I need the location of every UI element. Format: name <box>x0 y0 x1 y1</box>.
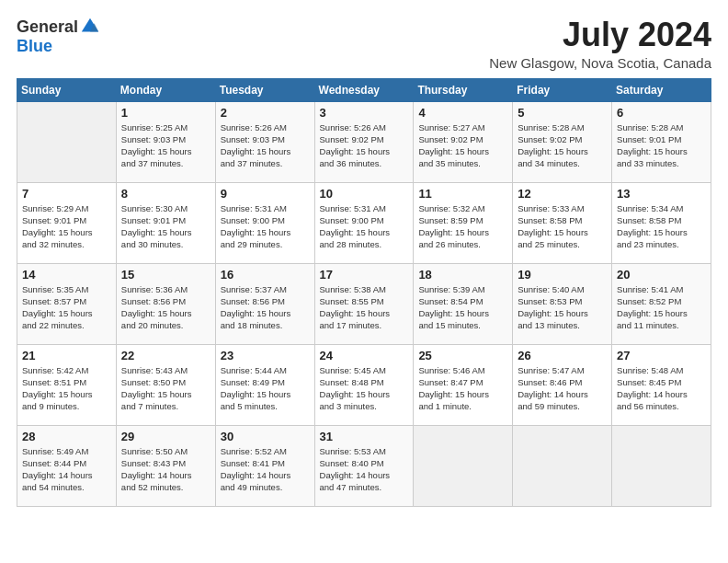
day-info: Sunrise: 5:26 AM Sunset: 9:03 PM Dayligh… <box>221 121 310 170</box>
day-info: Sunrise: 5:30 AM Sunset: 9:01 PM Dayligh… <box>121 202 210 251</box>
calendar-cell <box>414 425 513 506</box>
day-info: Sunrise: 5:32 AM Sunset: 8:59 PM Dayligh… <box>418 202 507 251</box>
day-info: Sunrise: 5:26 AM Sunset: 9:02 PM Dayligh… <box>320 121 409 170</box>
day-number: 2 <box>221 106 310 120</box>
weekday-header-row: SundayMondayTuesdayWednesdayThursdayFrid… <box>17 78 711 101</box>
day-number: 10 <box>320 187 409 201</box>
day-info: Sunrise: 5:53 AM Sunset: 8:40 PM Dayligh… <box>320 445 409 494</box>
day-number: 21 <box>22 349 111 362</box>
calendar-cell: 2Sunrise: 5:26 AM Sunset: 9:03 PM Daylig… <box>215 101 314 182</box>
calendar-week-1: 1Sunrise: 5:25 AM Sunset: 9:03 PM Daylig… <box>17 101 711 182</box>
calendar-cell: 26Sunrise: 5:47 AM Sunset: 8:46 PM Dayli… <box>513 344 612 425</box>
calendar-cell: 3Sunrise: 5:26 AM Sunset: 9:02 PM Daylig… <box>314 101 414 182</box>
calendar-cell: 7Sunrise: 5:29 AM Sunset: 9:01 PM Daylig… <box>17 182 117 263</box>
day-number: 11 <box>418 187 507 201</box>
logo-general-text: General <box>17 17 78 37</box>
day-info: Sunrise: 5:52 AM Sunset: 8:41 PM Dayligh… <box>221 445 310 494</box>
day-info: Sunrise: 5:45 AM Sunset: 8:48 PM Dayligh… <box>320 364 409 413</box>
calendar-cell: 12Sunrise: 5:33 AM Sunset: 8:58 PM Dayli… <box>513 182 612 263</box>
location-title: New Glasgow, Nova Scotia, Canada <box>489 55 711 71</box>
day-info: Sunrise: 5:37 AM Sunset: 8:56 PM Dayligh… <box>221 283 310 332</box>
calendar-cell: 24Sunrise: 5:45 AM Sunset: 8:48 PM Dayli… <box>314 344 414 425</box>
logo-blue-text: Blue <box>17 37 52 56</box>
weekday-header-sunday: Sunday <box>17 78 117 101</box>
day-number: 27 <box>617 349 706 362</box>
calendar-cell: 13Sunrise: 5:34 AM Sunset: 8:58 PM Dayli… <box>612 182 711 263</box>
day-info: Sunrise: 5:36 AM Sunset: 8:56 PM Dayligh… <box>121 283 210 332</box>
calendar-cell: 21Sunrise: 5:42 AM Sunset: 8:51 PM Dayli… <box>17 344 117 425</box>
weekday-header-saturday: Saturday <box>612 78 711 101</box>
calendar-cell: 28Sunrise: 5:49 AM Sunset: 8:44 PM Dayli… <box>17 425 117 506</box>
calendar-cell: 17Sunrise: 5:38 AM Sunset: 8:55 PM Dayli… <box>314 263 414 344</box>
page: General Blue July 2024 New Glasgow, Nova… <box>0 0 728 563</box>
title-area: July 2024 New Glasgow, Nova Scotia, Cana… <box>489 17 711 71</box>
calendar-cell <box>513 425 612 506</box>
calendar-cell: 5Sunrise: 5:28 AM Sunset: 9:02 PM Daylig… <box>513 101 612 182</box>
day-number: 28 <box>22 430 111 443</box>
header: General Blue July 2024 New Glasgow, Nova… <box>17 17 711 71</box>
calendar-cell: 18Sunrise: 5:39 AM Sunset: 8:54 PM Dayli… <box>414 263 513 344</box>
day-info: Sunrise: 5:29 AM Sunset: 9:01 PM Dayligh… <box>22 202 111 251</box>
day-info: Sunrise: 5:39 AM Sunset: 8:54 PM Dayligh… <box>418 283 507 332</box>
calendar-cell: 14Sunrise: 5:35 AM Sunset: 8:57 PM Dayli… <box>17 263 117 344</box>
day-number: 13 <box>617 187 706 201</box>
day-info: Sunrise: 5:33 AM Sunset: 8:58 PM Dayligh… <box>518 202 607 251</box>
calendar: SundayMondayTuesdayWednesdayThursdayFrid… <box>17 78 711 507</box>
day-number: 9 <box>221 187 310 201</box>
logo-icon <box>80 17 100 37</box>
weekday-header-thursday: Thursday <box>414 78 513 101</box>
day-info: Sunrise: 5:49 AM Sunset: 8:44 PM Dayligh… <box>22 445 111 494</box>
day-info: Sunrise: 5:31 AM Sunset: 9:00 PM Dayligh… <box>221 202 310 251</box>
day-number: 1 <box>121 106 210 120</box>
day-number: 12 <box>518 187 607 201</box>
calendar-cell: 11Sunrise: 5:32 AM Sunset: 8:59 PM Dayli… <box>414 182 513 263</box>
calendar-week-4: 21Sunrise: 5:42 AM Sunset: 8:51 PM Dayli… <box>17 344 711 425</box>
day-number: 17 <box>320 268 409 282</box>
day-number: 8 <box>121 187 210 201</box>
day-number: 7 <box>22 187 111 201</box>
calendar-cell: 15Sunrise: 5:36 AM Sunset: 8:56 PM Dayli… <box>116 263 215 344</box>
day-info: Sunrise: 5:28 AM Sunset: 9:01 PM Dayligh… <box>617 121 706 170</box>
day-info: Sunrise: 5:27 AM Sunset: 9:02 PM Dayligh… <box>418 121 507 170</box>
day-info: Sunrise: 5:25 AM Sunset: 9:03 PM Dayligh… <box>121 121 210 170</box>
calendar-week-3: 14Sunrise: 5:35 AM Sunset: 8:57 PM Dayli… <box>17 263 711 344</box>
weekday-header-monday: Monday <box>116 78 215 101</box>
calendar-week-2: 7Sunrise: 5:29 AM Sunset: 9:01 PM Daylig… <box>17 182 711 263</box>
day-number: 19 <box>518 268 607 282</box>
weekday-header-tuesday: Tuesday <box>215 78 314 101</box>
day-info: Sunrise: 5:50 AM Sunset: 8:43 PM Dayligh… <box>121 445 210 494</box>
day-number: 14 <box>22 268 111 282</box>
calendar-cell: 22Sunrise: 5:43 AM Sunset: 8:50 PM Dayli… <box>116 344 215 425</box>
day-info: Sunrise: 5:31 AM Sunset: 9:00 PM Dayligh… <box>320 202 409 251</box>
calendar-cell: 10Sunrise: 5:31 AM Sunset: 9:00 PM Dayli… <box>314 182 414 263</box>
calendar-cell: 16Sunrise: 5:37 AM Sunset: 8:56 PM Dayli… <box>215 263 314 344</box>
day-number: 29 <box>121 430 210 443</box>
calendar-week-5: 28Sunrise: 5:49 AM Sunset: 8:44 PM Dayli… <box>17 425 711 506</box>
day-info: Sunrise: 5:48 AM Sunset: 8:45 PM Dayligh… <box>617 364 706 413</box>
day-info: Sunrise: 5:44 AM Sunset: 8:49 PM Dayligh… <box>221 364 310 413</box>
day-number: 24 <box>320 349 409 362</box>
calendar-cell: 9Sunrise: 5:31 AM Sunset: 9:00 PM Daylig… <box>215 182 314 263</box>
calendar-cell: 31Sunrise: 5:53 AM Sunset: 8:40 PM Dayli… <box>314 425 414 506</box>
day-number: 22 <box>121 349 210 362</box>
day-number: 26 <box>518 349 607 362</box>
day-info: Sunrise: 5:47 AM Sunset: 8:46 PM Dayligh… <box>518 364 607 413</box>
day-number: 15 <box>121 268 210 282</box>
calendar-cell: 4Sunrise: 5:27 AM Sunset: 9:02 PM Daylig… <box>414 101 513 182</box>
day-number: 30 <box>221 430 310 443</box>
weekday-header-wednesday: Wednesday <box>314 78 414 101</box>
calendar-cell <box>612 425 711 506</box>
calendar-cell: 19Sunrise: 5:40 AM Sunset: 8:53 PM Dayli… <box>513 263 612 344</box>
day-number: 18 <box>418 268 507 282</box>
day-number: 31 <box>320 430 409 443</box>
calendar-cell: 6Sunrise: 5:28 AM Sunset: 9:01 PM Daylig… <box>612 101 711 182</box>
day-info: Sunrise: 5:28 AM Sunset: 9:02 PM Dayligh… <box>518 121 607 170</box>
calendar-cell: 27Sunrise: 5:48 AM Sunset: 8:45 PM Dayli… <box>612 344 711 425</box>
day-info: Sunrise: 5:34 AM Sunset: 8:58 PM Dayligh… <box>617 202 706 251</box>
weekday-header-friday: Friday <box>513 78 612 101</box>
calendar-cell: 25Sunrise: 5:46 AM Sunset: 8:47 PM Dayli… <box>414 344 513 425</box>
day-number: 5 <box>518 106 607 120</box>
month-title: July 2024 <box>489 17 711 53</box>
day-number: 3 <box>320 106 409 120</box>
calendar-cell: 1Sunrise: 5:25 AM Sunset: 9:03 PM Daylig… <box>116 101 215 182</box>
